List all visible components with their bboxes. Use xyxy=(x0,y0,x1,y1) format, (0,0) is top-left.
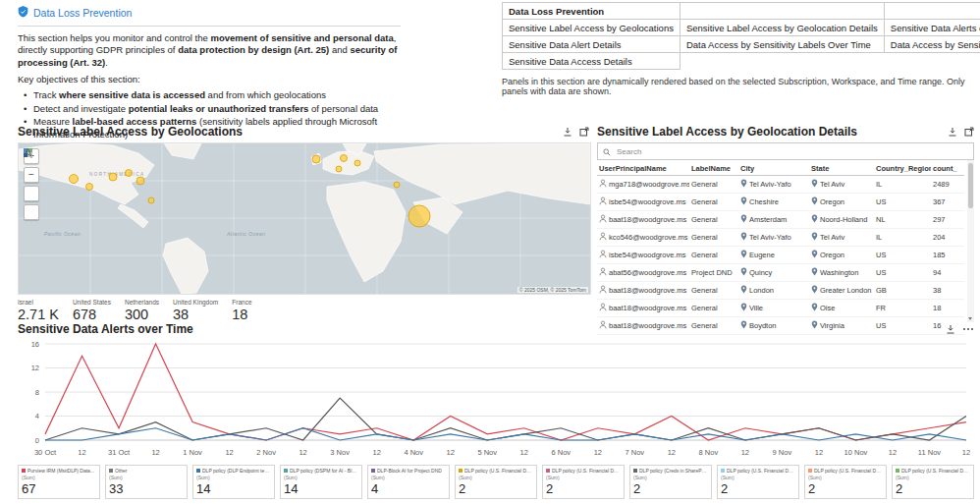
nav-cell[interactable]: Data Access by Sensitivity Labels Over T… xyxy=(680,36,884,53)
map-data-bubble[interactable] xyxy=(341,155,348,162)
column-header[interactable]: UserPrincipalName xyxy=(597,162,689,176)
map-data-bubble[interactable] xyxy=(148,197,154,203)
map-label-atlantic: Atlantic Ocean xyxy=(226,231,265,237)
scroll-down-arrow-icon[interactable] xyxy=(968,317,972,320)
map-data-bubble[interactable] xyxy=(336,166,342,172)
map-data-bubble[interactable] xyxy=(70,175,79,184)
legend-card[interactable]: DLP policy (U.S. Financial Data...(Sum)2 xyxy=(542,465,625,499)
scrollbar-thumb[interactable] xyxy=(968,163,973,208)
objectives-label: Key objectives of this section: xyxy=(18,74,401,85)
legend-card-value: 2 xyxy=(459,481,533,496)
legend-card[interactable]: Purview IRM (MsitDLP) Data...(Sum)67 xyxy=(18,465,100,499)
legend-card-title: DLP policy (U.S. Financial Data... xyxy=(727,468,795,474)
legend-card-aggregation: (Sum) xyxy=(22,475,96,480)
table-row[interactable]: isbe54@woodgrove.msGeneralCheshireOregon… xyxy=(597,194,964,211)
map-attribution: © 2025 OSM, © 2025 TomTom xyxy=(517,287,588,293)
table-row[interactable]: isbe54@woodgrove.msGeneralEugeneOregonUS… xyxy=(597,247,964,264)
chart-series-line xyxy=(45,398,966,440)
geolocation-details-panel: Sensitive Label Access by Geolocation De… xyxy=(597,124,974,335)
nav-cell[interactable]: Sensitive Data Alert Details xyxy=(503,36,681,53)
legend-card[interactable]: DLP policy (U.S. Financial Data...(Sum)2 xyxy=(717,465,799,499)
legend-card[interactable]: DLP policy (U.S. Financial Data...(Sum)2 xyxy=(455,465,537,499)
map-data-bubble[interactable] xyxy=(136,177,144,185)
legend-card[interactable]: DLP-Block AI for Project DND(Sum)4 xyxy=(367,465,450,499)
download-icon[interactable] xyxy=(946,324,955,334)
section-nav: Data Loss PreventionSensitive Label Acce… xyxy=(502,2,973,96)
popout-icon[interactable] xyxy=(964,127,974,137)
legend-card[interactable]: DLP policy (Creds in SharePoin...(Sum)2 xyxy=(629,465,712,499)
location-pin-icon xyxy=(811,303,818,313)
legend-card-title: DLP policy (U.S. Financial Data... xyxy=(901,468,970,474)
legend-card[interactable]: Other(Sum)33 xyxy=(105,465,188,499)
section-nav-table: Data Loss PreventionSensitive Label Acce… xyxy=(502,2,980,70)
download-icon[interactable] xyxy=(563,127,572,137)
column-header[interactable]: State xyxy=(809,162,874,176)
map-style-button[interactable] xyxy=(24,186,39,201)
city: London xyxy=(749,286,774,295)
map-data-bubble[interactable] xyxy=(126,170,133,177)
map-data-bubble[interactable] xyxy=(109,173,117,181)
nav-cell[interactable]: Data Loss Prevention xyxy=(503,3,681,20)
country-stat-label: Netherlands xyxy=(125,299,159,306)
location-pin-icon xyxy=(740,250,747,260)
nav-cell[interactable]: Data Access by Sensitivity Label xyxy=(884,36,980,53)
map-data-bubble[interactable] xyxy=(312,155,320,163)
nav-cell[interactable]: Sensitive Label Access by Geolocation De… xyxy=(680,20,884,36)
location-pin-icon xyxy=(811,214,818,225)
state: Washington xyxy=(820,268,858,277)
country-stat-value: 2.71 K xyxy=(18,307,59,322)
location-pin-icon xyxy=(740,232,747,243)
more-options-icon[interactable] xyxy=(962,324,974,334)
nav-cell[interactable]: Sensitive Data Access Details xyxy=(503,53,681,70)
table-row[interactable]: kco546@woodgrove.msGeneralTel Aviv-YafoT… xyxy=(597,229,964,247)
country-region: US xyxy=(874,264,931,282)
legend-card-aggregation: (Sum) xyxy=(196,475,271,480)
nav-cell[interactable]: Sensitive Data Alerts over Time xyxy=(884,20,980,36)
legend-card-title: Purview IRM (MsitDLP) Data... xyxy=(27,468,94,474)
search-box[interactable] xyxy=(597,142,974,160)
table-row[interactable]: baat18@woodgrove.msGeneralAmsterdamNoord… xyxy=(597,211,964,229)
svg-text:12: 12 xyxy=(31,364,39,372)
legend-card-aggregation: (Sum) xyxy=(459,475,533,480)
svg-text:12: 12 xyxy=(741,448,749,457)
svg-text:12: 12 xyxy=(373,448,381,457)
map-data-bubble[interactable] xyxy=(86,184,93,191)
download-icon[interactable] xyxy=(948,127,957,137)
map-data-bubble[interactable] xyxy=(394,182,400,188)
table-scrollbar[interactable] xyxy=(967,160,974,322)
state: Oregon xyxy=(820,251,844,259)
column-header[interactable]: Country_Region xyxy=(874,162,931,176)
map-data-bubble[interactable] xyxy=(354,160,360,166)
table-row[interactable]: mga718@woodgrove.msGeneralTel Aviv-YafoT… xyxy=(597,176,964,194)
legend-card[interactable]: DLP policy (U.S. Financial Data...(Sum)2 xyxy=(804,465,887,499)
table-row[interactable]: abat56@woodgrove.msProject DNDQuincyWash… xyxy=(597,264,964,282)
country-stat: United Kingdom38 xyxy=(173,299,218,322)
map-panel: Sensitive Label Access by Geolocations xyxy=(18,124,589,322)
legend-card[interactable]: DLP policy (DLP Endpoint test...(Sum)14 xyxy=(192,465,275,499)
table-row[interactable]: baat18@woodgrove.msGeneralLondonGreater … xyxy=(597,282,964,300)
legend-card[interactable]: DLP policy (U.S. Financial Data...(Sum)2 xyxy=(892,465,974,499)
table-row[interactable]: baat18@woodgrove.msGeneralVilleOiseFR18 xyxy=(597,300,964,317)
map-locate-button[interactable] xyxy=(24,204,39,220)
column-header[interactable]: count_ xyxy=(931,162,964,176)
city: Amsterdam xyxy=(749,215,787,224)
column-header[interactable]: City xyxy=(738,162,809,176)
zoom-out-button[interactable]: − xyxy=(24,167,39,183)
nav-cell xyxy=(884,53,980,70)
world-map[interactable]: NORTH AMERICA Pacific Ocean Atlantic Oce… xyxy=(18,142,591,295)
search-input[interactable] xyxy=(615,146,968,157)
map-data-bubble[interactable] xyxy=(408,205,430,227)
location-pin-icon xyxy=(811,250,818,260)
legend-card-value: 2 xyxy=(808,481,883,496)
popout-icon[interactable] xyxy=(579,127,589,137)
person-icon xyxy=(599,214,607,225)
nav-cell xyxy=(680,53,884,70)
country-region: IL xyxy=(874,176,931,194)
legend-card-aggregation: (Sum) xyxy=(721,475,795,480)
column-header[interactable]: LabelName xyxy=(689,162,738,176)
country-region: IL xyxy=(874,229,931,247)
svg-text:0: 0 xyxy=(35,436,39,445)
legend-card[interactable]: DLP policy (DSPM for AI - Bloc...(Sum)14 xyxy=(280,465,362,499)
nav-cell[interactable]: Sensitive Label Access by Geolocations xyxy=(503,20,681,36)
section-title-link[interactable]: Data Loss Prevention xyxy=(33,7,132,19)
